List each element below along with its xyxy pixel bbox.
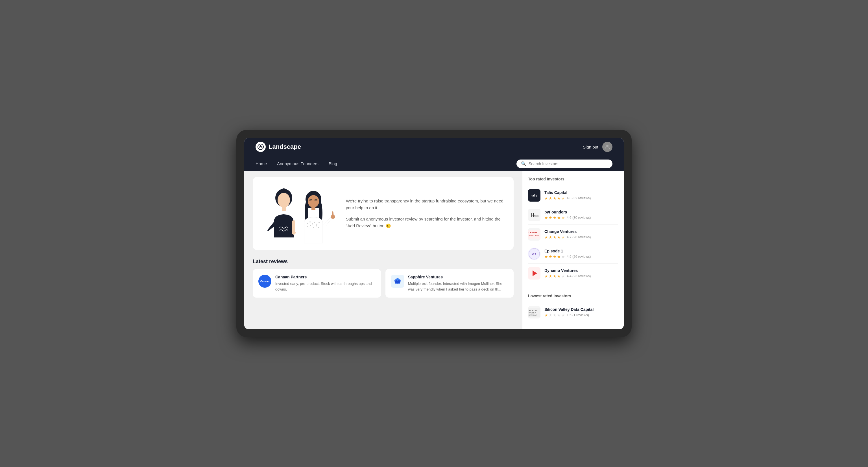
svg-rect-4 (282, 207, 286, 211)
investor-item-episode1[interactable]: e1 Episode 1 ★ ★ ★ ★ ★ 4.5 (26 reviews) (528, 244, 618, 264)
signout-link[interactable]: Sign out (583, 145, 598, 149)
investor-item-talis[interactable]: talis Talis Capital ★ ★ ★ ★ ★ 4.6 (32 re… (528, 186, 618, 205)
device-frame: Landscape Sign out Home Anonymous Founde… (236, 130, 632, 337)
talis-stars: ★ ★ ★ ★ ★ 4.6 (32 reviews) (545, 196, 591, 200)
episode1-name: Episode 1 (545, 249, 591, 253)
svg-point-19 (313, 227, 314, 228)
star-2: ★ (549, 196, 552, 200)
star-3: ★ (553, 196, 557, 200)
svg-point-13 (312, 223, 313, 224)
nav-anonymous-founders[interactable]: Anonymous Founders (277, 160, 318, 167)
svdc-rating: 1.5 (1 reviews) (567, 313, 589, 317)
canaan-logo-text: Canaan (260, 280, 270, 283)
sapphire-logo (391, 275, 404, 288)
dynamo-logo (528, 267, 540, 280)
dynamo-rating: 4.4 (23 reviews) (567, 274, 591, 278)
canaan-review-content: Canaan Partners Invested early, pre-prod… (275, 275, 375, 292)
episode1-info: Episode 1 ★ ★ ★ ★ ★ 4.5 (26 reviews) (545, 249, 591, 259)
byfounders-name: byFounders (545, 210, 591, 214)
change-rating: 4.7 (26 reviews) (567, 235, 591, 239)
svg-text:DATA CAP.: DATA CAP. (529, 314, 537, 316)
main-layout: We're trying to raise transparency in th… (244, 171, 624, 329)
content-area: We're trying to raise transparency in th… (244, 171, 522, 329)
episode1-stars: ★ ★ ★ ★ ★ 4.5 (26 reviews) (545, 254, 591, 259)
star-4: ★ (557, 196, 561, 200)
nav-home[interactable]: Home (255, 160, 267, 167)
lowest-section: Lowest rated Investors SILICON VALLEY DA… (528, 289, 618, 322)
svg-point-20 (316, 225, 317, 226)
hero-illustration (253, 178, 343, 249)
sapphire-review-content: Sapphire Ventures Multiple-exit founder.… (408, 275, 508, 292)
dynamo-name: Dynamo Ventures (545, 268, 591, 273)
star-half: ★ (561, 196, 565, 200)
change-logo: CHANGE VENTURES (528, 228, 540, 241)
investor-item-change[interactable]: CHANGE VENTURES Change Ventures ★ ★ ★ ★ … (528, 225, 618, 244)
talis-logo: talis (528, 189, 540, 201)
sidebar: Top rated Investors talis Talis Capital … (522, 171, 624, 329)
nav-blog[interactable]: Blog (329, 160, 337, 167)
talis-rating-text: 4.6 (32 reviews) (567, 196, 591, 200)
search-input[interactable] (529, 161, 608, 166)
svg-text:CHANGE: CHANGE (529, 231, 537, 234)
svg-text:VENTURES: VENTURES (529, 235, 539, 237)
svdc-logo: SILICON VALLEY DATA CAP. (528, 306, 540, 318)
svdc-info: Silicon Valley Data Capital ★ ★ ★ ★ ★ 1.… (545, 307, 593, 317)
byfounders-stars: ★ ★ ★ ★ ★ 4.6 (30 reviews) (545, 215, 591, 220)
navbar: Landscape Sign out (244, 138, 624, 156)
top-investors-title: Top rated Investors (528, 177, 618, 181)
hero-paragraph-2: Submit an anonymous investor review by s… (346, 216, 505, 229)
latest-reviews-title: Latest reviews (253, 259, 514, 264)
dynamo-stars: ★ ★ ★ ★ ★ 4.4 (23 reviews) (545, 274, 591, 278)
hero-text: We're trying to raise transparency in th… (343, 189, 514, 238)
user-avatar[interactable] (602, 142, 613, 152)
change-info: Change Ventures ★ ★ ★ ★ ★ 4.7 (26 review… (545, 229, 591, 240)
talis-info: Talis Capital ★ ★ ★ ★ ★ 4.6 (32 reviews) (545, 190, 591, 200)
talis-name: Talis Capital (545, 190, 591, 195)
investor-item-byfounders[interactable]: founder byFounders ★ ★ ★ ★ ★ 4.6 (30 rev… (528, 205, 618, 225)
svg-point-17 (307, 226, 308, 227)
svg-point-11 (307, 223, 308, 224)
episode1-logo: e1 (528, 248, 540, 260)
investor-item-svdc[interactable]: SILICON VALLEY DATA CAP. Silicon Valley … (528, 303, 618, 322)
byfounders-rating: 4.6 (30 reviews) (567, 216, 591, 220)
lowest-investors-title: Lowest rated Investors (528, 293, 618, 298)
byfounders-info: byFounders ★ ★ ★ ★ ★ 4.6 (30 reviews) (545, 210, 591, 220)
brand-logo (255, 142, 266, 152)
search-icon: 🔍 (521, 161, 526, 166)
episode1-rating: 4.5 (26 reviews) (567, 255, 591, 259)
svg-rect-10 (311, 207, 315, 210)
svg-text:VALLEY: VALLEY (529, 312, 536, 314)
navbar-right: Sign out (583, 142, 613, 152)
svg-text:SILICON: SILICON (529, 309, 536, 311)
byfounders-logo: founder (528, 209, 540, 221)
hero-paragraph-1: We're trying to raise transparency in th… (346, 198, 505, 211)
svdc-stars: ★ ★ ★ ★ ★ 1.5 (1 reviews) (545, 313, 593, 317)
svg-point-21 (318, 227, 319, 228)
svg-rect-25 (528, 230, 540, 239)
brand[interactable]: Landscape (255, 142, 301, 152)
star-1: ★ (545, 196, 548, 200)
canaan-logo: Canaan (258, 275, 271, 288)
svdc-name: Silicon Valley Data Capital (545, 307, 593, 312)
svg-point-16 (318, 222, 320, 223)
svg-point-15 (316, 224, 317, 225)
screen: Landscape Sign out Home Anonymous Founde… (244, 138, 624, 329)
svg-point-14 (314, 222, 315, 223)
brand-name: Landscape (269, 143, 301, 151)
sapphire-review-text: Multiple-exit founder. Interacted with I… (408, 281, 508, 292)
svg-point-7 (308, 195, 319, 208)
investor-item-dynamo[interactable]: Dynamo Ventures ★ ★ ★ ★ ★ 4.4 (23 review… (528, 264, 618, 283)
svg-text:founder: founder (534, 215, 539, 217)
hero-card: We're trying to raise transparency in th… (253, 177, 514, 250)
review-cards: Canaan Canaan Partners Invested early, p… (253, 269, 514, 298)
svg-point-12 (309, 221, 311, 222)
svg-point-0 (258, 144, 264, 150)
sapphire-name: Sapphire Ventures (408, 275, 508, 279)
change-name: Change Ventures (545, 229, 591, 234)
review-card-canaan[interactable]: Canaan Canaan Partners Invested early, p… (253, 269, 381, 298)
review-card-sapphire[interactable]: Sapphire Ventures Multiple-exit founder.… (385, 269, 514, 298)
talis-logo-text: talis (531, 194, 537, 197)
svg-text:e1: e1 (532, 252, 536, 256)
svg-point-3 (278, 193, 290, 208)
search-box[interactable]: 🔍 (517, 159, 613, 168)
